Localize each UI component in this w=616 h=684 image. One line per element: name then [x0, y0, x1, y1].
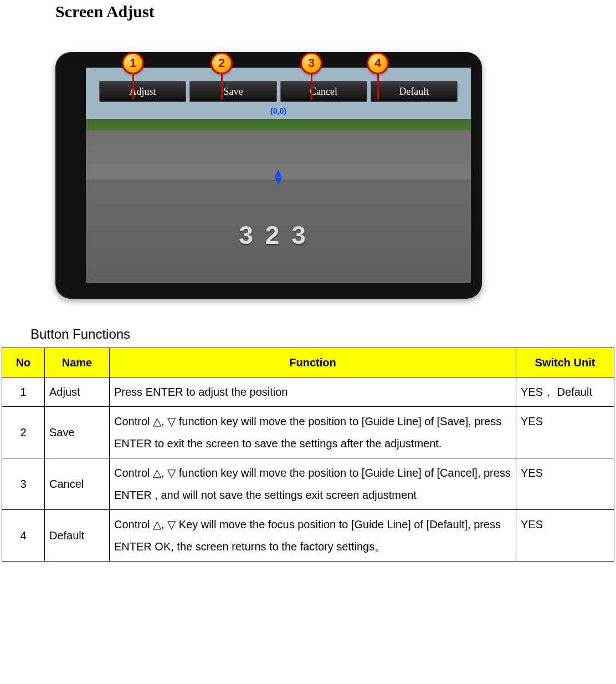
device-illustration: 1 2 3 4 Adjust Save Cancel Default (0,0)…: [55, 52, 482, 299]
cell-func: Control △, ▽ function key will move the …: [110, 407, 516, 458]
cell-no: 2: [2, 407, 45, 458]
menu-adjust-button[interactable]: Adjust: [99, 81, 186, 102]
cell-func: Control △, ▽ Key will move the focus pos…: [110, 510, 516, 562]
th-name: Name: [45, 348, 110, 377]
button-functions-table: No Name Function Switch Unit 1 Adjust Pr…: [2, 348, 614, 562]
cell-switch: YES， Default: [516, 377, 614, 407]
cell-func: Press ENTER to adjust the position: [110, 377, 516, 407]
cell-no: 4: [2, 510, 45, 562]
th-switch: Switch Unit: [516, 348, 614, 377]
device-frame: Adjust Save Cancel Default (0,0) ▲▼ 323: [55, 52, 482, 299]
table-row: 3 Cancel Control △, ▽ function key will …: [2, 458, 614, 510]
menu-save-button[interactable]: Save: [189, 81, 276, 102]
menu-default-button[interactable]: Default: [371, 81, 458, 102]
pavement-number: 323: [86, 220, 471, 250]
menu-cancel-button[interactable]: Cancel: [280, 81, 367, 102]
table-row: 1 Adjust Press ENTER to adjust the posit…: [2, 377, 614, 407]
cell-no: 1: [2, 377, 45, 407]
th-func: Function: [110, 348, 516, 377]
cell-switch: YES: [516, 407, 614, 458]
cell-name: Cancel: [45, 458, 110, 510]
cell-switch: YES: [516, 458, 614, 510]
cell-func: Control △, ▽ function key will move the …: [110, 458, 516, 510]
adjust-arrows-icon: ▲▼: [273, 169, 285, 185]
device-screen: Adjust Save Cancel Default (0,0) ▲▼ 323: [86, 68, 471, 283]
cell-no: 3: [2, 458, 45, 510]
table-row: 4 Default Control △, ▽ Key will move the…: [2, 510, 614, 562]
coordinate-label: (0,0): [86, 106, 471, 115]
th-no: No: [2, 348, 45, 377]
cell-name: Default: [45, 510, 110, 562]
cell-name: Adjust: [45, 377, 110, 407]
page-title: Screen Adjust: [0, 0, 616, 21]
table-row: 2 Save Control △, ▽ function key will mo…: [2, 407, 614, 458]
table-subtitle: Button Functions: [0, 299, 616, 348]
cell-switch: YES: [516, 510, 614, 562]
cell-name: Save: [45, 407, 110, 458]
